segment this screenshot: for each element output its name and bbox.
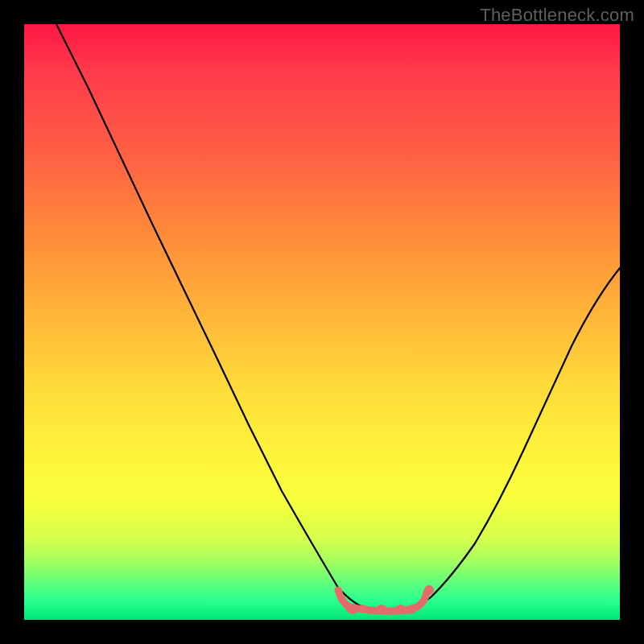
bottleneck-curve: [56, 24, 620, 612]
watermark-text: TheBottleneck.com: [480, 5, 634, 26]
optimal-range-end-dot: [424, 585, 434, 595]
plot-area: [24, 24, 620, 620]
chart-frame: TheBottleneck.com: [0, 0, 644, 644]
curve-layer: [24, 24, 620, 620]
